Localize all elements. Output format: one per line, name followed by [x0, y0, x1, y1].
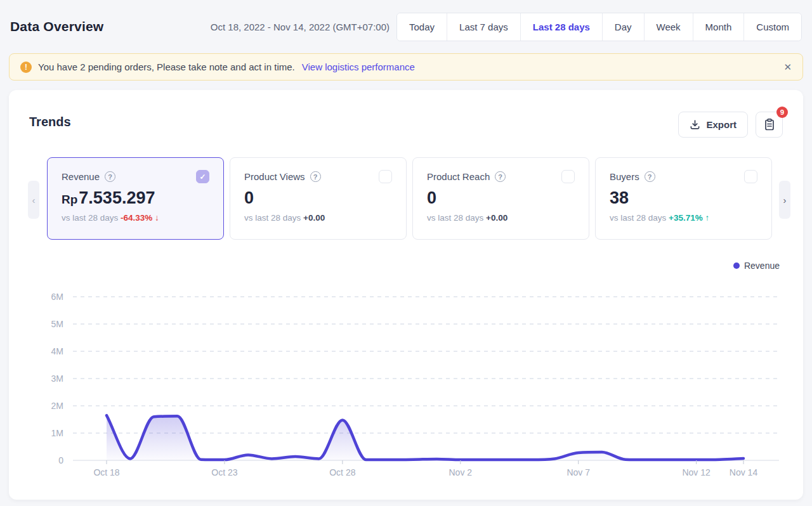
y-axis-label: 5M [51, 319, 63, 329]
trends-panel: Trends Export 9 ‹ Re [9, 90, 803, 500]
metric-change: +0.00 [486, 213, 508, 223]
x-axis-label: Oct 23 [211, 467, 237, 477]
date-range-tabs: TodayLast 7 daysLast 28 daysDayWeekMonth… [396, 13, 802, 41]
tab-last-7-days[interactable]: Last 7 days [447, 13, 520, 41]
metric-card-revenue[interactable]: Revenue?✓Rp7.535.297vs last 28 days -64.… [47, 157, 224, 240]
metric-value: 38 [610, 188, 757, 208]
x-axis-label: Oct 18 [93, 467, 119, 477]
metric-title: Product Views [244, 171, 305, 182]
banner-link[interactable]: View logistics performance [302, 62, 415, 72]
trends-title: Trends [29, 115, 71, 129]
legend-dot [733, 263, 740, 269]
revenue-line [107, 415, 743, 460]
help-icon[interactable]: ? [495, 171, 506, 182]
metric-card-product-reach[interactable]: Product Reach?0vs last 28 days +0.00 [412, 157, 589, 240]
metric-compare: vs last 28 days +0.00 [427, 213, 575, 223]
clipboard-icon [763, 118, 776, 131]
tab-custom[interactable]: Custom [743, 13, 801, 41]
metric-checkbox[interactable] [561, 170, 575, 183]
metric-cards: Revenue?✓Rp7.535.297vs last 28 days -64.… [47, 157, 772, 240]
metric-title: Revenue [62, 171, 100, 182]
revenue-chart-svg: 01M2M3M4M5M6MOct 18Oct 23Oct 28Nov 2Nov … [9, 280, 803, 490]
download-icon [690, 119, 700, 130]
y-axis-label: 0 [58, 455, 63, 465]
banner-close-button[interactable]: ✕ [783, 62, 792, 73]
metric-checkbox[interactable] [744, 170, 757, 183]
metric-value: Rp7.535.297 [62, 188, 209, 208]
chevron-left-icon: ‹ [32, 195, 36, 205]
tasks-button[interactable]: 9 [756, 112, 783, 138]
y-axis-label: 6M [51, 292, 63, 302]
metric-change: +35.71% ↑ [669, 213, 709, 223]
help-icon[interactable]: ? [645, 171, 655, 182]
metric-compare: vs last 28 days -64.33% ↓ [62, 213, 209, 223]
cards-prev-button[interactable]: ‹ [28, 181, 39, 219]
y-axis-label: 3M [51, 373, 63, 384]
metric-value: 0 [244, 188, 392, 208]
tab-week[interactable]: Week [644, 13, 693, 41]
revenue-chart: 01M2M3M4M5M6MOct 18Oct 23Oct 28Nov 2Nov … [9, 280, 803, 490]
legend-label[interactable]: Revenue [744, 261, 780, 271]
metric-compare: vs last 28 days +35.71% ↑ [610, 213, 757, 223]
chevron-right-icon: › [783, 195, 787, 205]
date-range-label: Oct 18, 2022 - Nov 14, 2022 (GMT+07:00) [211, 22, 390, 32]
metric-change: +0.00 [303, 213, 325, 223]
banner-text: You have 2 pending orders, Please take n… [38, 62, 295, 72]
x-axis-label: Nov 7 [566, 467, 590, 477]
cards-next-button[interactable]: › [779, 181, 790, 219]
metric-checkbox[interactable] [379, 170, 392, 183]
tab-day[interactable]: Day [602, 13, 644, 41]
page-header: Data Overview Oct 18, 2022 - Nov 14, 202… [0, 0, 812, 42]
tab-month[interactable]: Month [693, 13, 744, 41]
metric-checkbox[interactable]: ✓ [196, 170, 209, 183]
warning-icon: ! [20, 62, 32, 73]
notice-banner: ! You have 2 pending orders, Please take… [9, 53, 803, 81]
export-button[interactable]: Export [678, 112, 748, 138]
metric-card-buyers[interactable]: Buyers?38vs last 28 days +35.71% ↑ [595, 157, 772, 240]
data-overview-page: Data Overview Oct 18, 2022 - Nov 14, 202… [0, 0, 812, 506]
trends-header: Trends Export 9 [9, 90, 803, 138]
chart-legend: Revenue [733, 261, 780, 271]
help-icon[interactable]: ? [310, 171, 321, 182]
x-axis-label: Nov 14 [730, 467, 758, 477]
y-axis-label: 2M [51, 401, 63, 411]
metric-title: Product Reach [427, 171, 490, 182]
trends-actions: Export 9 [678, 112, 783, 138]
notification-badge: 9 [776, 107, 788, 118]
tab-today[interactable]: Today [397, 13, 447, 41]
y-axis-label: 4M [51, 346, 63, 356]
x-axis-label: Nov 2 [449, 467, 472, 477]
y-axis-label: 1M [51, 428, 63, 438]
x-axis-label: Nov 12 [682, 467, 710, 477]
page-title: Data Overview [10, 19, 103, 34]
revenue-area [107, 415, 743, 460]
metric-compare: vs last 28 days +0.00 [244, 213, 392, 223]
metric-card-product-views[interactable]: Product Views?0vs last 28 days +0.00 [230, 157, 407, 240]
metric-change: -64.33% ↓ [121, 213, 159, 223]
export-label: Export [706, 119, 737, 130]
close-icon: ✕ [783, 62, 792, 72]
metric-value: 0 [427, 188, 575, 208]
tab-last-28-days[interactable]: Last 28 days [520, 13, 602, 41]
x-axis-label: Oct 28 [329, 467, 355, 477]
help-icon[interactable]: ? [105, 171, 115, 182]
metric-title: Buyers [610, 171, 639, 182]
